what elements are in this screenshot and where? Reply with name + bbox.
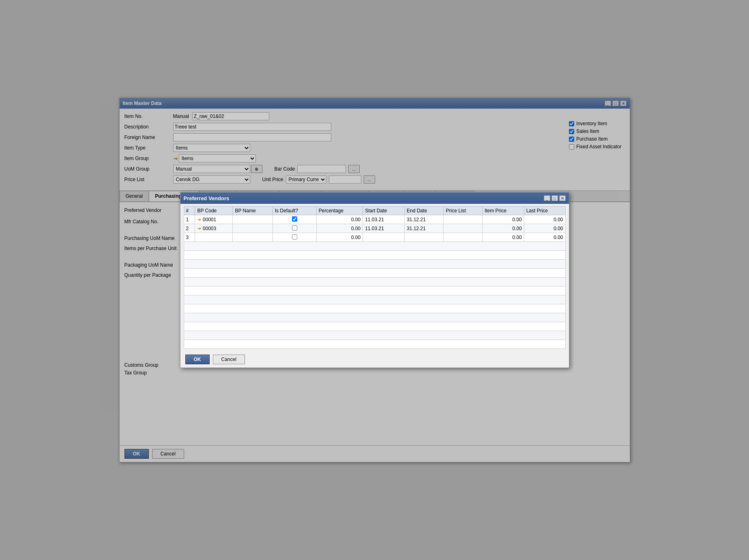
table-row: 3 0.00 0.00 0.00 (184, 233, 565, 242)
table-row (184, 331, 565, 340)
row2-bp-name (233, 224, 273, 233)
row2-start-date: 11.03.21 (363, 224, 405, 233)
row1-last-price: 0.00 (524, 215, 565, 224)
col-bp-name: BP Name (233, 207, 273, 215)
dialog-grid-area: # BP Code BP Name Is Default? Percentage… (180, 204, 569, 351)
col-bp-code: BP Code (195, 207, 233, 215)
row1-item-price: 0.00 (482, 215, 524, 224)
col-last-price: Last Price (524, 207, 565, 215)
preferred-vendors-overlay: Preferred Vendors _ □ ✕ # BP Code BP Nam… (0, 0, 749, 560)
row2-last-price: 0.00 (524, 224, 565, 233)
table-row (184, 286, 565, 295)
row1-bp-code: ➜ 00001 (195, 215, 233, 224)
row2-default-checkbox[interactable] (292, 225, 297, 231)
row2-num: 2 (184, 224, 195, 233)
row3-bp-code (195, 233, 233, 242)
dialog-minimize-btn[interactable]: _ (544, 195, 550, 201)
row1-bp-name (233, 215, 273, 224)
row3-last-price: 0.00 (524, 233, 565, 242)
dialog-ok-button[interactable]: OK (185, 355, 210, 364)
row2-arrow-icon: ➜ (197, 226, 201, 231)
col-item-price: Item Price (482, 207, 524, 215)
row1-start-date: 11.03.21 (363, 215, 405, 224)
row3-start-date (363, 233, 405, 242)
table-row (184, 251, 565, 260)
table-row: 2 ➜ 00003 0.00 11.03.21 31.12.21 0.00 (184, 224, 565, 233)
col-start-date: Start Date (363, 207, 405, 215)
row1-arrow-icon: ➜ (197, 217, 201, 222)
preferred-vendors-dialog: Preferred Vendors _ □ ✕ # BP Code BP Nam… (180, 192, 569, 368)
dialog-footer: OK Cancel (180, 351, 569, 368)
row3-bp-name (233, 233, 273, 242)
table-row (184, 295, 565, 304)
row2-bp-code: ➜ 00003 (195, 224, 233, 233)
row2-price-list (444, 224, 482, 233)
row3-num: 3 (184, 233, 195, 242)
table-row (184, 313, 565, 322)
col-percentage: Percentage (316, 207, 363, 215)
vendors-table: # BP Code BP Name Is Default? Percentage… (184, 206, 566, 349)
row3-is-default (273, 233, 316, 242)
vendors-table-body: 1 ➜ 00001 0.00 11.03.21 31.12.21 0.00 (184, 215, 565, 349)
row3-end-date (404, 233, 444, 242)
table-row (184, 269, 565, 278)
row2-end-date: 31.12.21 (404, 224, 444, 233)
row3-default-checkbox[interactable] (292, 234, 297, 239)
dialog-close-btn[interactable]: ✕ (559, 195, 566, 201)
row3-percentage: 0.00 (316, 233, 363, 242)
col-price-list: Price List (444, 207, 482, 215)
vendors-table-header: # BP Code BP Name Is Default? Percentage… (184, 207, 565, 215)
dialog-title-text: Preferred Vendors (184, 195, 230, 201)
row1-percentage: 0.00 (316, 215, 363, 224)
row1-is-default (273, 215, 316, 224)
table-row (184, 340, 565, 349)
col-hash: # (184, 207, 195, 215)
dialog-maximize-btn[interactable]: □ (552, 195, 558, 201)
dialog-title-bar: Preferred Vendors _ □ ✕ (180, 192, 569, 204)
table-row (184, 242, 565, 251)
row2-percentage: 0.00 (316, 224, 363, 233)
row1-num: 1 (184, 215, 195, 224)
row2-item-price: 0.00 (482, 224, 524, 233)
dialog-cancel-button[interactable]: Cancel (213, 355, 245, 364)
table-row (184, 304, 565, 313)
table-row (184, 322, 565, 331)
dialog-controls: _ □ ✕ (544, 195, 566, 201)
header-row: # BP Code BP Name Is Default? Percentage… (184, 207, 565, 215)
table-row (184, 260, 565, 269)
col-end-date: End Date (404, 207, 444, 215)
row2-is-default (273, 224, 316, 233)
row1-price-list (444, 215, 482, 224)
table-row: 1 ➜ 00001 0.00 11.03.21 31.12.21 0.00 (184, 215, 565, 224)
table-row (184, 278, 565, 286)
row3-price-list (444, 233, 482, 242)
row3-item-price: 0.00 (482, 233, 524, 242)
col-is-default: Is Default? (273, 207, 316, 215)
row1-default-checkbox[interactable] (292, 216, 297, 222)
row1-end-date: 31.12.21 (404, 215, 444, 224)
